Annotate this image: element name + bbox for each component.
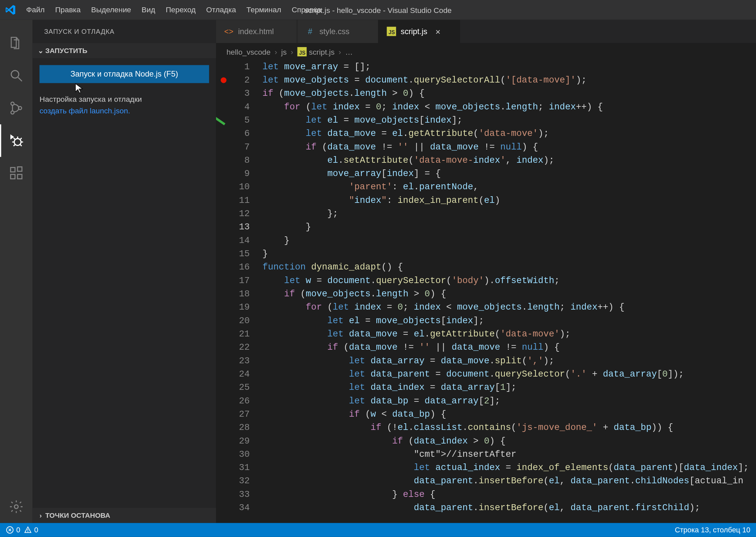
svg-point-0 <box>11 71 19 78</box>
sidebar-run-debug: ЗАПУСК И ОТЛАДКА ⌄ ЗАПУСТИТЬ Запуск и от… <box>32 20 216 523</box>
tab-index-html[interactable]: <> index.html <box>216 20 297 43</box>
run-debug-icon[interactable] <box>0 124 32 157</box>
breadcrumb-separator-icon: › <box>339 47 341 56</box>
code-editor[interactable]: 1234567891011121314151617181920212223242… <box>216 60 756 523</box>
source-control-icon[interactable] <box>0 92 32 124</box>
menu-debug[interactable]: Отладка <box>201 0 241 20</box>
breadcrumb-separator-icon: › <box>275 47 277 56</box>
settings-gear-icon[interactable] <box>0 491 32 523</box>
run-section-header[interactable]: ⌄ ЗАПУСТИТЬ <box>32 43 216 58</box>
js-file-icon: JS <box>387 27 396 36</box>
error-icon <box>6 526 14 534</box>
menu-edit[interactable]: Правка <box>50 0 86 20</box>
tab-style-css[interactable]: # style.css <box>297 20 379 43</box>
run-section-label: ЗАПУСТИТЬ <box>45 46 87 55</box>
svg-rect-14 <box>11 174 15 179</box>
titlebar: Файл Правка Выделение Вид Переход Отладк… <box>0 0 756 20</box>
line-gutter[interactable]: 1234567891011121314151617181920212223242… <box>216 60 262 523</box>
svg-point-3 <box>11 111 14 114</box>
config-label: Настройка запуска и отладки <box>39 95 142 103</box>
status-error-count: 0 <box>16 526 20 534</box>
svg-line-11 <box>14 144 15 146</box>
svg-line-9 <box>14 138 15 140</box>
code-content[interactable]: let move_array = [];let move_objects = d… <box>262 60 756 523</box>
vscode-logo-icon <box>0 5 21 15</box>
explorer-icon[interactable] <box>0 27 32 59</box>
css-file-icon: # <box>305 27 315 36</box>
breadcrumb-item[interactable]: … <box>345 47 353 56</box>
editor-area: <> index.html # style.css JS script.js ×… <box>216 20 756 523</box>
chevron-down-icon: ⌄ <box>36 46 45 55</box>
run-debug-button[interactable]: Запуск и отладка Node.js (F5) <box>39 65 209 83</box>
breakpoints-section-label: ТОЧКИ ОСТАНОВА <box>45 511 110 520</box>
activity-bar <box>0 20 32 523</box>
js-file-icon: JS <box>297 47 306 56</box>
menu-go[interactable]: Переход <box>160 0 201 20</box>
svg-line-12 <box>20 144 22 146</box>
run-body: Запуск и отладка Node.js (F5) Настройка … <box>32 58 216 123</box>
main-area: ЗАПУСК И ОТЛАДКА ⌄ ЗАПУСТИТЬ Запуск и от… <box>0 20 756 523</box>
editor-tabs: <> index.html # style.css JS script.js × <box>216 20 756 43</box>
svg-line-10 <box>20 138 22 140</box>
create-launch-json-link[interactable]: создать файл launch.json. <box>39 106 130 115</box>
vscode-window: Файл Правка Выделение Вид Переход Отладк… <box>0 0 756 537</box>
warning-icon <box>24 526 32 534</box>
menu-bar: Файл Правка Выделение Вид Переход Отладк… <box>21 0 326 20</box>
status-warning-count: 0 <box>34 526 38 534</box>
svg-line-1 <box>18 78 22 81</box>
svg-rect-15 <box>18 174 22 179</box>
breadcrumb-item[interactable]: hello_vscode <box>227 47 271 56</box>
breadcrumb-item[interactable]: js <box>281 47 287 56</box>
search-icon[interactable] <box>0 59 32 92</box>
tab-script-js[interactable]: JS script.js × <box>379 20 460 43</box>
menu-view[interactable]: Вид <box>136 0 161 20</box>
svg-point-2 <box>11 102 14 105</box>
menu-terminal[interactable]: Терминал <box>241 0 287 20</box>
svg-rect-13 <box>11 167 15 172</box>
tab-label: index.html <box>238 27 274 36</box>
breadcrumb-separator-icon: › <box>291 47 294 56</box>
tab-label: script.js <box>401 27 427 36</box>
svg-rect-16 <box>18 167 22 171</box>
sidebar-title: ЗАПУСК И ОТЛАДКА <box>32 20 216 43</box>
tab-close-icon[interactable]: × <box>435 27 440 36</box>
extensions-icon[interactable] <box>0 157 32 189</box>
menu-help[interactable]: Справка <box>287 0 327 20</box>
config-text: Настройка запуска и отладки создать файл… <box>39 93 209 116</box>
svg-point-23 <box>27 531 28 532</box>
breadcrumb-item[interactable]: script.js <box>309 47 335 56</box>
status-cursor-position[interactable]: Строка 13, столбец 10 <box>675 526 750 534</box>
tab-label: style.css <box>319 27 350 36</box>
chevron-right-icon: › <box>36 511 45 520</box>
html-file-icon: <> <box>224 27 234 36</box>
status-errors[interactable]: 0 <box>6 526 21 534</box>
svg-point-17 <box>14 505 18 508</box>
statusbar: 0 0 Строка 13, столбец 10 <box>0 523 756 537</box>
status-warnings[interactable]: 0 <box>24 526 38 534</box>
breadcrumbs[interactable]: hello_vscode › js › JS script.js › … <box>216 43 756 61</box>
breakpoints-section-header[interactable]: › ТОЧКИ ОСТАНОВА <box>32 508 216 523</box>
menu-file[interactable]: Файл <box>21 0 50 20</box>
menu-selection[interactable]: Выделение <box>86 0 136 20</box>
